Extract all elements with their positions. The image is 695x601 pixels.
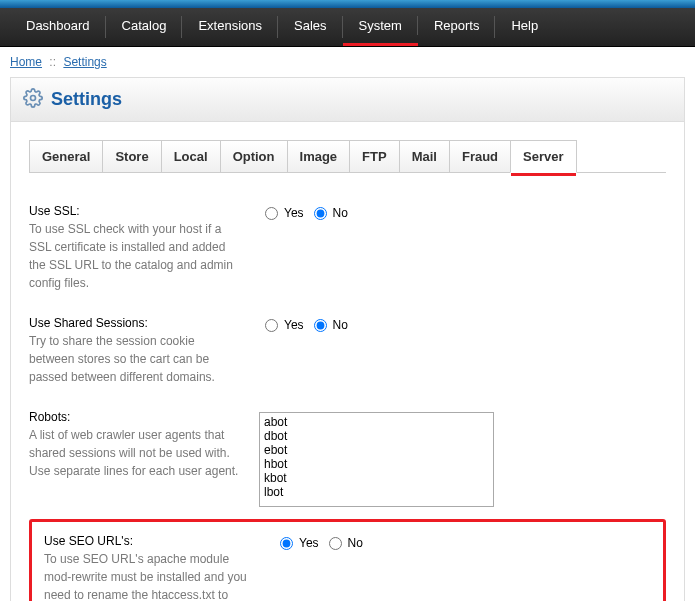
breadcrumb-sep: ::: [49, 55, 56, 69]
ssl-yes-radio[interactable]: [265, 207, 278, 220]
tab-option[interactable]: Option: [220, 140, 288, 173]
shared-no-radio[interactable]: [314, 319, 327, 332]
top-accent-bar: [0, 0, 695, 8]
robots-label: Robots:: [29, 410, 239, 424]
shared-help: Try to share the session cookie between …: [29, 334, 215, 384]
seo-help: To use SEO URL's apache module mod-rewri…: [44, 552, 247, 601]
row-seo: Use SEO URL's: To use SEO URL's apache m…: [29, 519, 666, 601]
svg-point-0: [31, 96, 36, 101]
seo-yes-label: Yes: [299, 536, 319, 550]
shared-yes-radio[interactable]: [265, 319, 278, 332]
breadcrumb-home[interactable]: Home: [10, 55, 42, 69]
tab-local[interactable]: Local: [161, 140, 221, 173]
ssl-label: Use SSL:: [29, 204, 239, 218]
tabs: General Store Local Option Image FTP Mai…: [11, 122, 684, 173]
ssl-yes-label: Yes: [284, 206, 304, 220]
nav-dashboard[interactable]: Dashboard: [10, 8, 106, 46]
nav-sales[interactable]: Sales: [278, 8, 343, 46]
nav-system[interactable]: System: [343, 8, 418, 46]
seo-label: Use SEO URL's:: [44, 534, 254, 548]
shared-label: Use Shared Sessions:: [29, 316, 239, 330]
ssl-no-label: No: [333, 206, 348, 220]
main-nav: Dashboard Catalog Extensions Sales Syste…: [0, 8, 695, 47]
tab-general[interactable]: General: [29, 140, 103, 173]
breadcrumb-settings[interactable]: Settings: [63, 55, 106, 69]
robots-textarea[interactable]: [259, 412, 494, 507]
nav-extensions[interactable]: Extensions: [182, 8, 278, 46]
seo-radio-group: Yes No: [274, 534, 651, 550]
shared-no-label: No: [333, 318, 348, 332]
tab-ftp[interactable]: FTP: [349, 140, 400, 173]
nav-help[interactable]: Help: [495, 8, 554, 46]
seo-yes-radio[interactable]: [280, 537, 293, 550]
shared-yes-label: Yes: [284, 318, 304, 332]
tab-fraud[interactable]: Fraud: [449, 140, 511, 173]
shared-radio-group: Yes No: [259, 316, 666, 332]
form-area: Use SSL: To use SSL check with your host…: [11, 174, 684, 601]
ssl-radio-group: Yes No: [259, 204, 666, 220]
seo-no-radio[interactable]: [329, 537, 342, 550]
tab-store[interactable]: Store: [102, 140, 161, 173]
page-title: Settings: [51, 89, 122, 110]
nav-reports[interactable]: Reports: [418, 8, 496, 46]
ssl-no-radio[interactable]: [314, 207, 327, 220]
row-shared: Use Shared Sessions: Try to share the se…: [29, 304, 666, 398]
settings-panel: Settings General Store Local Option Imag…: [10, 77, 685, 601]
panel-header: Settings: [11, 78, 684, 122]
nav-catalog[interactable]: Catalog: [106, 8, 183, 46]
robots-help: A list of web crawler user agents that s…: [29, 428, 238, 478]
breadcrumb: Home :: Settings: [0, 47, 695, 77]
tab-mail[interactable]: Mail: [399, 140, 450, 173]
seo-no-label: No: [348, 536, 363, 550]
row-robots: Robots: A list of web crawler user agent…: [29, 398, 666, 519]
gear-icon: [23, 88, 43, 111]
ssl-help: To use SSL check with your host if a SSL…: [29, 222, 233, 290]
tab-server[interactable]: Server: [510, 140, 576, 173]
row-ssl: Use SSL: To use SSL check with your host…: [29, 192, 666, 304]
tab-image[interactable]: Image: [287, 140, 351, 173]
